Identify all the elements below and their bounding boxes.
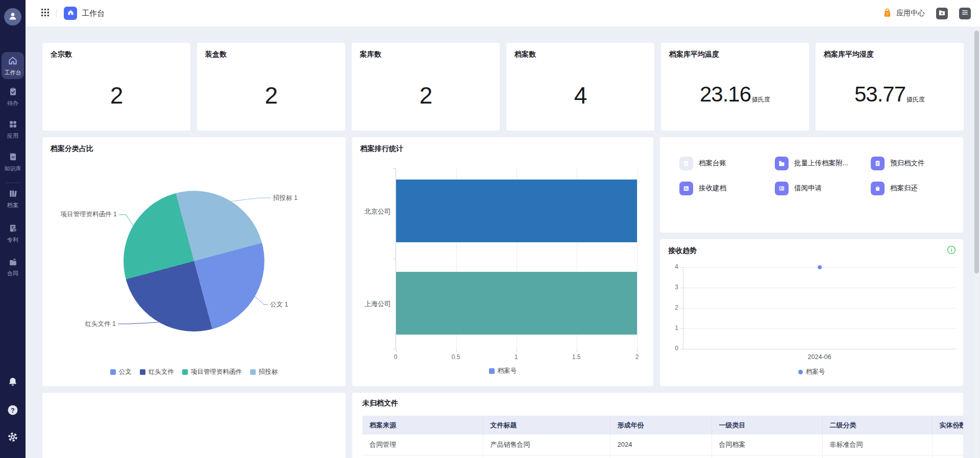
topbar: 工作台 应用中心 xyxy=(26,0,980,27)
settings-button[interactable] xyxy=(0,431,26,445)
quick-link-pre-archive[interactable]: 预归档文件 xyxy=(871,156,925,171)
scrollbar-thumb[interactable] xyxy=(974,31,979,273)
bell-icon xyxy=(7,380,18,389)
sidebar-item-patent[interactable]: 专利 xyxy=(0,223,26,243)
quick-link-borrow-apply[interactable]: 借阅申请 xyxy=(775,181,822,196)
pie-callout-hongtou: 红头文件 1 xyxy=(63,320,116,328)
gear-icon xyxy=(7,436,18,444)
legend-item[interactable]: 档案号 xyxy=(489,367,517,375)
stat-value: 23.16 xyxy=(700,84,751,105)
folder-star-icon xyxy=(938,9,946,18)
sidebar-item-knowledge[interactable]: AI 知识库 xyxy=(0,152,26,172)
person-icon xyxy=(8,11,18,23)
shopping-bag-icon xyxy=(882,7,893,19)
y-tick-label: 3 xyxy=(660,284,678,291)
app-center-label: 应用中心 xyxy=(896,9,925,18)
books-icon xyxy=(8,191,18,200)
borrow-apply-icon xyxy=(775,182,789,195)
user-avatar[interactable] xyxy=(4,8,21,26)
table-title: 未归档文件 xyxy=(362,399,398,408)
question-icon: ? xyxy=(7,409,19,418)
legend-item[interactable]: 项目管理资料函件 xyxy=(182,368,242,376)
legend-label: 档案号 xyxy=(806,368,825,376)
sidebar-divider xyxy=(5,183,20,183)
table-cell: 2024 xyxy=(610,435,712,455)
patent-doc-icon xyxy=(8,226,18,235)
stat-card-repository-count: 案库数 2 xyxy=(352,43,500,131)
stat-title: 案库数 xyxy=(360,50,381,59)
axis-tick xyxy=(680,349,683,349)
workspace-home-badge[interactable] xyxy=(64,7,77,20)
quick-link-batch-upload[interactable]: 批量上传档案附... xyxy=(775,156,848,171)
column-header: 一级类目 xyxy=(712,416,822,435)
stat-unit: 摄氏度 xyxy=(752,95,770,104)
sidebar: 工作台 待办 应用 AI 知识库 档案 专利 合同 xyxy=(0,0,26,458)
table-cell: 非标准合同 xyxy=(822,435,932,455)
legend-item[interactable]: 档案号 xyxy=(798,368,825,376)
stat-card-archive-count: 档案数 4 xyxy=(506,43,654,131)
legend-item[interactable]: 公文 xyxy=(110,368,132,376)
app-center-button[interactable]: 应用中心 xyxy=(882,7,925,19)
legend-swatch xyxy=(140,369,145,375)
notifications-button[interactable] xyxy=(0,376,26,390)
axis-tick xyxy=(680,288,683,288)
sidebar-item-todo[interactable]: 待办 xyxy=(0,87,26,107)
sidebar-item-archives[interactable]: 档案 xyxy=(0,189,26,209)
chart-title: 档案排行统计 xyxy=(360,144,403,154)
sliders-icon xyxy=(961,9,969,18)
quick-link-label: 档案归还 xyxy=(890,184,918,193)
app-launcher-icon[interactable] xyxy=(41,8,50,19)
x-tick-label: 0 xyxy=(385,353,406,361)
axis-tick xyxy=(680,308,683,309)
info-icon[interactable] xyxy=(947,245,956,257)
quick-link-archive-ledger[interactable]: 档案台账 xyxy=(679,156,726,171)
table-row[interactable]: 合同管理 产品销售合同 2024 合同档案 非标准合同 xyxy=(362,435,963,455)
page-title: 工作台 xyxy=(82,9,105,18)
bar-category-label: 北京公司 xyxy=(356,207,391,216)
x-tick-label: 1 xyxy=(506,353,526,361)
stat-title: 档案数 xyxy=(514,50,536,59)
sidebar-item-label: 知识库 xyxy=(0,165,26,172)
pie-legend: 公文 红头文件 项目管理资料函件 招投标 xyxy=(42,368,346,376)
sidebar-item-contract[interactable]: 合同 xyxy=(0,257,26,277)
axis-tick xyxy=(637,349,638,352)
pie-chart-card: 档案分类占比 公文 1 红头文件 1 项目管理资料函件 1 招投标 1 公文 红… xyxy=(42,137,346,386)
y-tick-label: 0 xyxy=(660,345,678,352)
table-row-partial xyxy=(362,455,963,458)
column-header: 实体份数 xyxy=(932,416,963,435)
topbar-divider xyxy=(56,9,57,18)
axis-tick xyxy=(680,328,683,329)
legend-item[interactable]: 红头文件 xyxy=(140,368,174,376)
clipboard-check-icon xyxy=(8,89,18,98)
sidebar-item-label: 待办 xyxy=(0,100,26,107)
x-axis-line xyxy=(683,349,957,349)
svg-text:AI: AI xyxy=(11,156,14,159)
sidebar-item-apps[interactable]: 应用 xyxy=(0,119,26,139)
quick-link-receive-create[interactable]: 接收建档 xyxy=(679,181,726,196)
column-header: 形成年份 xyxy=(610,416,712,435)
column-header: 二级分类 xyxy=(822,416,932,435)
quick-link-archive-return[interactable]: 档案归还 xyxy=(871,181,918,196)
legend-item[interactable]: 招投标 xyxy=(250,368,278,376)
stat-title: 全宗数 xyxy=(51,50,72,59)
folder-upload-icon xyxy=(775,157,789,170)
trend-point xyxy=(818,265,822,269)
panel-settings-button[interactable] xyxy=(959,8,971,19)
bar-legend: 档案号 xyxy=(352,367,653,375)
quick-link-label: 预归档文件 xyxy=(890,159,925,168)
trend-chart-card: 接收趋势 4 3 2 1 0 2024-06 档案号 xyxy=(660,239,963,386)
axis-tick xyxy=(517,349,517,352)
favorites-folder-button[interactable] xyxy=(936,8,948,19)
axis-tick xyxy=(393,349,396,349)
sidebar-item-workbench[interactable]: 工作台 xyxy=(2,52,24,79)
pie-callout-gongwen: 公文 1 xyxy=(270,300,288,309)
receive-create-icon xyxy=(679,182,693,195)
help-button[interactable]: ? xyxy=(0,404,26,418)
quick-links-card: 档案台账 批量上传档案附... 预归档文件 接收建档 借阅申请 xyxy=(660,137,963,233)
axis-tick xyxy=(393,168,396,169)
trend-legend: 档案号 xyxy=(660,368,963,376)
stat-card-avg-humidity: 档案库平均湿度 53.77 摄氏度 xyxy=(816,43,964,131)
column-header: 文件标题 xyxy=(483,416,610,435)
axis-tick xyxy=(456,349,457,352)
y-tick-label: 4 xyxy=(660,263,678,270)
